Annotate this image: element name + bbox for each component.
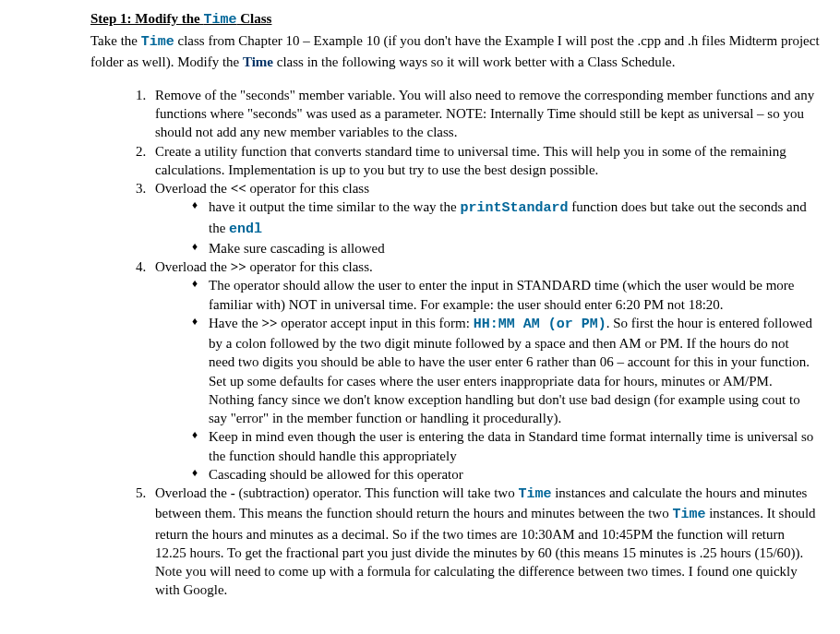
intro-paragraph: Take the Time class from Chapter 10 – Ex… bbox=[11, 31, 829, 71]
item-4-sub-3: Keep in mind even though the user is ent… bbox=[192, 427, 829, 465]
op-rshift-inline: >> bbox=[261, 316, 277, 330]
item-2-text: Create a utility function that converts … bbox=[155, 142, 829, 180]
item-1-text: Remove of the "seconds" member variable.… bbox=[155, 86, 829, 142]
op-lshift: << bbox=[231, 181, 246, 196]
item-3-sub-1: have it output the time similar to the w… bbox=[192, 197, 829, 239]
intro-bold-time: Time bbox=[243, 54, 273, 69]
item-4-sub-1: The operator should allow the user to en… bbox=[192, 276, 829, 314]
code-hhmm: HH:MM AM (or PM) bbox=[474, 317, 606, 332]
intro-text-a: Take the bbox=[90, 33, 141, 48]
code-time-1: Time bbox=[518, 486, 551, 502]
list-item-4: Overload the >> operator for this class.… bbox=[150, 257, 829, 484]
item-4-text: Overload the >> operator for this class. bbox=[155, 257, 829, 276]
op-rshift: >> bbox=[231, 259, 246, 274]
item-3-text: Overload the << operator for this class bbox=[155, 179, 829, 197]
item-4-sublist: The operator should allow the user to en… bbox=[155, 276, 829, 484]
item-5-text: Overload the - (subtraction) operator. T… bbox=[155, 484, 829, 600]
step-heading: Step 1: Modify the Time Class bbox=[11, 9, 829, 30]
code-printstandard: printStandard bbox=[460, 200, 568, 216]
list-item-2: Create a utility function that converts … bbox=[150, 142, 829, 180]
code-time-2: Time bbox=[672, 507, 705, 522]
heading-suffix: Class bbox=[237, 11, 272, 26]
item-3-sub-2: Make sure cascading is allowed bbox=[192, 239, 829, 257]
intro-code-time: Time bbox=[141, 34, 174, 50]
main-list: Remove of the "seconds" member variable.… bbox=[11, 86, 829, 600]
item-3-sublist: have it output the time similar to the w… bbox=[155, 197, 829, 257]
list-item-1: Remove of the "seconds" member variable.… bbox=[150, 86, 829, 142]
heading-prefix: Step 1: Modify the bbox=[90, 11, 204, 26]
item-4-sub-2: Have the >> operator accept input in thi… bbox=[192, 314, 829, 428]
code-endl: endl bbox=[229, 221, 262, 237]
intro-text-c: class in the following ways so it will w… bbox=[273, 54, 675, 69]
heading-code: Time bbox=[204, 12, 237, 28]
item-4-sub-4: Cascading should be allowed for this ope… bbox=[192, 465, 829, 484]
list-item-3: Overload the << operator for this class … bbox=[150, 179, 829, 257]
list-item-5: Overload the - (subtraction) operator. T… bbox=[150, 484, 829, 600]
